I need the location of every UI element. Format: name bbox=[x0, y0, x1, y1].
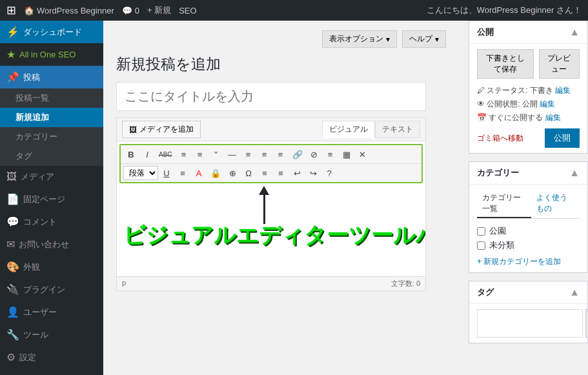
add-category-link[interactable]: + 新規カテゴリーを追加 bbox=[477, 256, 580, 267]
sidebar-item-allinone-seo[interactable]: ★ All in One SEO bbox=[0, 43, 103, 66]
add-tag-button[interactable]: 追加 bbox=[585, 309, 588, 338]
comments-icon-bar[interactable]: 💬 0 bbox=[122, 6, 139, 15]
toolbar-hr[interactable]: — bbox=[225, 147, 240, 162]
category-box-body: カテゴリー一覧 よく使うもの 公園 未分類 + 新規カテゴリーを追加 bbox=[469, 185, 587, 272]
publish-time-edit-link[interactable]: 編集 bbox=[545, 113, 561, 122]
editor-path: p bbox=[122, 279, 126, 289]
help-button[interactable]: ヘルプ ▾ bbox=[402, 30, 446, 48]
tag-toggle-icon[interactable]: ▲ bbox=[569, 287, 580, 298]
arrow-annotation bbox=[259, 186, 269, 224]
sidebar-sub-posts-list[interactable]: 投稿一覧 bbox=[0, 88, 103, 108]
cat-tab-popular[interactable]: よく使うもの bbox=[531, 190, 580, 218]
sidebar-item-appearance[interactable]: 🎨 外観 bbox=[0, 256, 103, 278]
toolbar-ol[interactable]: ≡ bbox=[192, 147, 208, 162]
editor-body[interactable] bbox=[117, 250, 425, 276]
sidebar-sub-new-post[interactable]: 新規追加 bbox=[0, 108, 103, 127]
tag-input[interactable] bbox=[477, 309, 583, 338]
sidebar-item-pages[interactable]: 📄 固定ページ bbox=[0, 188, 103, 210]
toolbar-align-center[interactable]: ≡ bbox=[257, 147, 272, 162]
toolbar-link[interactable]: 🔗 bbox=[289, 147, 306, 162]
category-toggle-icon[interactable]: ▲ bbox=[569, 167, 580, 179]
wp-logo-icon[interactable]: ⊞ bbox=[6, 3, 16, 17]
chevron-down-icon: ▾ bbox=[386, 35, 390, 44]
sidebar-item-posts[interactable]: 📌 投稿 bbox=[0, 66, 103, 88]
toolbar-align-left[interactable]: ≡ bbox=[241, 147, 256, 162]
status-edit-link[interactable]: 編集 bbox=[555, 86, 571, 95]
preview-button[interactable]: プレビュー bbox=[539, 49, 580, 79]
visibility-edit-link[interactable]: 編集 bbox=[540, 99, 555, 108]
category-box-header: カテゴリー ▲ bbox=[469, 162, 587, 185]
toolbar-justify[interactable]: ≡ bbox=[175, 165, 190, 181]
sidebar-item-contact[interactable]: ✉ お問い合わせ bbox=[0, 233, 103, 256]
contact-icon: ✉ bbox=[6, 238, 15, 250]
sidebar-item-plugins[interactable]: 🔌 プラグイン bbox=[0, 278, 103, 301]
new-post-button[interactable]: + 新規 bbox=[147, 5, 171, 16]
toolbar-blockquote[interactable]: " bbox=[208, 147, 224, 162]
editor-area: 🖼 メディアを追加 ビジュアル テキスト B I ABC ≡ ≡ " — bbox=[116, 117, 426, 291]
toolbar-undo[interactable]: ↩ bbox=[289, 165, 305, 181]
toolbar-omega[interactable]: Ω bbox=[241, 165, 256, 181]
appearance-icon: 🎨 bbox=[6, 261, 19, 273]
sidebar: ⚡ ダッシュボード ★ All in One SEO 📌 投稿 投稿一覧 新規追… bbox=[0, 21, 103, 375]
category-checkbox-uncategorized[interactable] bbox=[477, 241, 485, 250]
toolbar-align-right[interactable]: ≡ bbox=[273, 147, 289, 162]
save-draft-button[interactable]: 下書きとして保存 bbox=[477, 49, 534, 79]
publish-time-row: 📅 すぐに公開する 編集 bbox=[477, 112, 580, 123]
publish-toggle-icon[interactable]: ▲ bbox=[569, 26, 580, 38]
sidebar-sub-tags[interactable]: タグ bbox=[0, 147, 103, 166]
toolbar-paragraph-select[interactable]: 段落 bbox=[123, 166, 158, 180]
display-options-button[interactable]: 表示オプション ▾ bbox=[322, 30, 397, 48]
toolbar-row-2: 段落 U ≡ A 🔒 ⊕ Ω ≡ ≡ ↩ ↪ ? bbox=[121, 164, 421, 182]
toolbar-underline[interactable]: U bbox=[159, 165, 174, 181]
sidebar-item-dashboard[interactable]: ⚡ ダッシュボード bbox=[0, 21, 103, 43]
toolbar-strikethrough[interactable]: ABC bbox=[156, 147, 176, 162]
tab-text[interactable]: テキスト bbox=[375, 121, 420, 138]
toolbar-redo[interactable]: ↪ bbox=[305, 165, 321, 181]
toolbar-ul[interactable]: ≡ bbox=[176, 147, 192, 162]
visibility-icon: 👁 bbox=[477, 99, 485, 108]
seo-menu[interactable]: SEO bbox=[179, 6, 196, 15]
settings-icon: ⚙ bbox=[6, 351, 15, 363]
cat-tab-all[interactable]: カテゴリー一覧 bbox=[477, 190, 531, 218]
publish-button[interactable]: 公開 bbox=[545, 128, 580, 148]
toolbar-indent[interactable]: ≡ bbox=[257, 165, 272, 181]
toolbar-outdent[interactable]: ≡ bbox=[273, 165, 289, 181]
toolbar-row-1: B I ABC ≡ ≡ " — ≡ ≡ ≡ 🔗 ⊘ ≡ ▦ ✕ bbox=[121, 145, 421, 164]
sidebar-item-settings[interactable]: ⚙ 設定 bbox=[0, 346, 103, 369]
sidebar-item-close-menu[interactable]: ← メニューを閉じる bbox=[0, 369, 103, 375]
toolbar-fullscreen[interactable]: ✕ bbox=[355, 147, 370, 162]
toolbar-unlink[interactable]: ⊘ bbox=[307, 147, 322, 162]
media-icon-btn: 🖼 bbox=[129, 125, 137, 134]
annotation-text: ビジュアルエディターツールバー bbox=[123, 221, 425, 250]
sidebar-item-comments[interactable]: 💬 コメント bbox=[0, 210, 103, 233]
toolbar-bold[interactable]: B bbox=[123, 147, 139, 162]
sidebar-item-users[interactable]: 👤 ユーザー bbox=[0, 301, 103, 323]
add-media-button[interactable]: 🖼 メディアを追加 bbox=[122, 121, 201, 138]
site-name[interactable]: 🏠 WordPress Beginner bbox=[24, 6, 114, 15]
tab-visual[interactable]: ビジュアル bbox=[322, 121, 375, 138]
chevron-down-icon-help: ▾ bbox=[435, 35, 439, 44]
sidebar-sub-categories[interactable]: カテゴリー bbox=[0, 127, 103, 147]
toolbar-table[interactable]: ▦ bbox=[339, 147, 354, 162]
toolbar-insert[interactable]: ≡ bbox=[323, 147, 338, 162]
sidebar-item-tools[interactable]: 🔧 ツール bbox=[0, 323, 103, 346]
toolbar-special-char[interactable]: ⊕ bbox=[225, 165, 240, 181]
plugins-icon: 🔌 bbox=[6, 283, 19, 296]
category-checkbox-park[interactable] bbox=[477, 227, 485, 236]
users-icon: 👤 bbox=[6, 306, 19, 318]
annotation-area: ビジュアルエディターツールバー bbox=[117, 186, 425, 250]
right-sidebar: 公開 ▲ 下書きとして保存 プレビュー 🖊 ステータス: 下書き 編集 👁 公開… bbox=[459, 21, 588, 375]
trash-link[interactable]: ゴミ箱へ移動 bbox=[477, 133, 523, 144]
list-item: 未分類 bbox=[477, 238, 580, 252]
category-tabs: カテゴリー一覧 よく使うもの bbox=[477, 190, 580, 219]
pages-icon: 📄 bbox=[6, 193, 19, 205]
toolbar-color[interactable]: A bbox=[191, 165, 207, 181]
tag-meta-box: タグ ▲ 追加 bbox=[469, 281, 588, 343]
main-content: 表示オプション ▾ ヘルプ ▾ 新規投稿を追加 🖼 メディアを追加 ビジュアル … bbox=[103, 21, 459, 375]
toolbar-lock[interactable]: 🔒 bbox=[207, 165, 224, 181]
toolbar-italic[interactable]: I bbox=[139, 147, 155, 162]
sidebar-item-media[interactable]: 🖼 メディア bbox=[0, 166, 103, 188]
post-title-input[interactable] bbox=[116, 82, 426, 111]
editor-topbar: 🖼 メディアを追加 ビジュアル テキスト bbox=[117, 118, 425, 141]
toolbar-help-btn[interactable]: ? bbox=[321, 165, 337, 181]
